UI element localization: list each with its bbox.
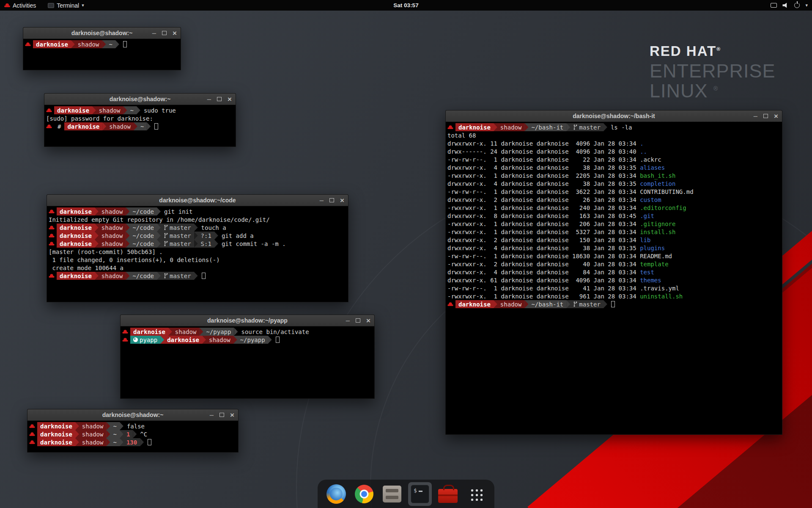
close-button[interactable]: × (173, 30, 177, 37)
window-titlebar[interactable]: darknoise@shadow:~ ─ × (44, 94, 236, 105)
app-menu[interactable]: Terminal ▾ (48, 2, 84, 9)
file-name: completion (640, 180, 675, 187)
redhat-icon (447, 125, 453, 130)
prompt-segment-user: darknoise (455, 300, 494, 308)
powerline-arrow-icon (233, 336, 237, 344)
desktop: { "top_bar": { "activities": "Activities… (0, 0, 812, 508)
prompt-segment-git: master (570, 123, 604, 131)
toolbox-icon (438, 489, 458, 503)
minimize-button[interactable]: ─ (207, 97, 211, 102)
window-titlebar[interactable]: darknoise@shadow:~/pyapp ─ × (121, 315, 374, 326)
powerline-arrow-icon (75, 438, 79, 446)
close-button[interactable]: × (340, 197, 344, 204)
window-titlebar[interactable]: darknoise@shadow:~ ─ × (23, 28, 181, 39)
powerline-arrow-icon (95, 272, 99, 280)
file-name: CONTRIBUTING.md (640, 188, 693, 195)
terminal-line: darknoiseshadow~ (25, 40, 181, 48)
command-text: git init (161, 208, 196, 215)
prompt-segment-path: ~ (110, 430, 119, 438)
terminal-line: darknoiseshadow~/pyappsource bin/activat… (122, 328, 374, 336)
file-name: uninstall.sh (640, 293, 683, 300)
system-status-area[interactable]: ▾ (771, 3, 808, 8)
prompt-segment-user: darknoise (64, 122, 102, 130)
prompt-segment-host: shadow (79, 422, 107, 430)
git-branch-icon (164, 224, 168, 231)
activities-label: Activities (13, 2, 36, 9)
prompt-segment-stat: S:1 (198, 240, 214, 248)
chevron-down-icon: ▾ (82, 3, 84, 8)
dock-item-terminal[interactable]: $ (408, 482, 432, 506)
minimize-button[interactable]: ─ (754, 113, 757, 119)
dock-item-chrome[interactable] (352, 482, 376, 506)
terminal-window: darknoise@shadow:~/code ─ × darknoisesha… (47, 194, 348, 302)
powerline-arrow-icon (126, 240, 129, 248)
maximize-button[interactable] (162, 31, 167, 35)
brand-redhat: RED HAT® (650, 43, 776, 59)
maximize-button[interactable] (763, 114, 768, 118)
powerline-arrow-icon (106, 438, 110, 446)
close-button[interactable]: × (366, 317, 370, 324)
window-titlebar[interactable]: darknoise@shadow:~/bash-it ─ × (446, 110, 782, 122)
maximize-button[interactable] (329, 198, 334, 202)
terminal-line: pyappdarknoiseshadow~/pyapp (122, 336, 374, 344)
file-name: template (640, 261, 668, 268)
terminal-body[interactable]: darknoiseshadow~falsedarknoiseshadow~1^C… (27, 421, 238, 452)
dock-item-files[interactable] (380, 482, 404, 506)
prompt-segment-host: shadow (75, 40, 102, 48)
redhat-icon (49, 209, 54, 214)
file-name: .git (640, 213, 654, 219)
command-text: git commit -a -m . (218, 240, 289, 247)
minimize-button[interactable]: ─ (210, 412, 214, 418)
dock-item-firefox[interactable] (324, 482, 348, 506)
powerline-arrow-icon (95, 240, 99, 248)
close-button[interactable]: × (228, 96, 232, 103)
maximize-button[interactable] (217, 97, 222, 101)
redhat-icon (49, 225, 54, 230)
app-menu-label: Terminal (57, 2, 79, 9)
powerline-arrow-icon (137, 106, 140, 114)
clock[interactable]: Sat 03:57 (393, 2, 418, 8)
terminal-text: -rw-rw-r--. 1 darknoise darknoise 22 Jan… (447, 156, 640, 163)
terminal-text: drwxrwxr-x. 4 darknoise darknoise 84 Jan… (447, 269, 640, 276)
prompt-segment-host: shadow (497, 123, 525, 131)
prompt-segment-host: shadow (99, 224, 126, 232)
powerline-arrow-icon (157, 272, 161, 280)
terminal-body[interactable]: darknoiseshadow~sudo true[sudo] password… (44, 105, 236, 146)
terminal-body[interactable]: darknoiseshadow~ (23, 39, 181, 70)
close-button[interactable]: × (774, 113, 778, 120)
powerline-arrow-icon (140, 438, 144, 446)
dock-item-app-grid[interactable] (464, 482, 488, 506)
window-titlebar[interactable]: darknoise@shadow:~ ─ × (27, 409, 238, 421)
prompt-segment-venv: pyapp (130, 336, 160, 344)
rhel-branding: RED HAT® ENTERPRISE LINUX ® (650, 43, 776, 101)
powerline-arrow-icon (604, 300, 607, 308)
minimize-button[interactable]: ─ (320, 198, 324, 203)
file-name: .ackrc (640, 156, 661, 163)
terminal-body[interactable]: darknoiseshadow~/pyappsource bin/activat… (121, 326, 374, 398)
minimize-button[interactable]: ─ (152, 30, 156, 36)
terminal-body[interactable]: darknoiseshadow~/codegit initInitialized… (47, 206, 348, 302)
maximize-button[interactable] (356, 318, 360, 323)
maximize-button[interactable] (219, 413, 224, 417)
minimize-button[interactable]: ─ (346, 318, 350, 323)
prompt-segment-host: shadow (106, 122, 134, 130)
terminal-line: darknoiseshadow~false (29, 422, 238, 430)
prompt-segment-user: darknoise (57, 240, 95, 248)
window-titlebar[interactable]: darknoise@shadow:~/code ─ × (47, 195, 348, 206)
powerline-arrow-icon (106, 430, 110, 438)
terminal-body[interactable]: darknoiseshadow~/bash-itmasterls -latota… (446, 122, 782, 434)
window-title: darknoise@shadow:~ (110, 96, 171, 102)
close-button[interactable]: × (230, 411, 234, 419)
terminal-line: drwxrwxr-x. 4 darknoise darknoise 38 Jan… (447, 179, 782, 188)
activities-button[interactable]: Activities (0, 2, 36, 9)
dock-item-software[interactable] (436, 482, 460, 506)
powerline-arrow-icon (604, 123, 607, 131)
powerline-arrow-icon (157, 207, 161, 215)
terminal-line: drwxrwxr-x. 8 darknoise darknoise 163 Ja… (447, 212, 782, 220)
terminal-line: darknoiseshadow~/codemaster?:1git add a (49, 232, 348, 240)
terminal-line: -rwxrwxr-x. 1 darknoise darknoise 961 Ja… (447, 292, 782, 300)
powerline-arrow-icon (194, 240, 198, 248)
prompt-segment-path: ~ (127, 106, 136, 114)
terminal-text: -rwxrwxr-x. 2 darknoise darknoise 40 Jan… (447, 261, 640, 268)
terminal-line: -rwxrwxr-x. 1 darknoise darknoise 2205 J… (447, 171, 782, 179)
